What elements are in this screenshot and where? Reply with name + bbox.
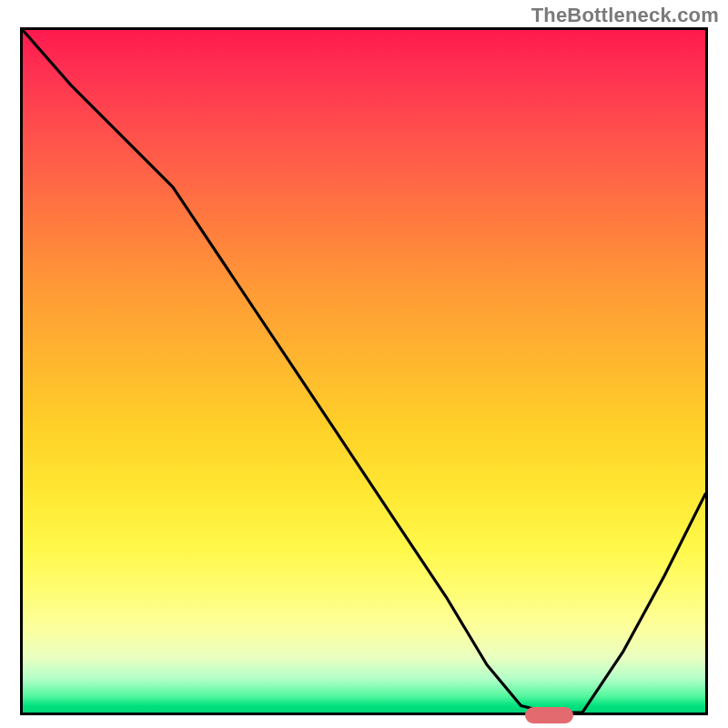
attribution-text: TheBottleneck.com <box>531 4 719 27</box>
chart-marker-pill <box>525 707 573 723</box>
chart-curve <box>23 30 705 713</box>
chart-plot-area <box>20 27 708 715</box>
chart-line-path <box>23 30 705 713</box>
